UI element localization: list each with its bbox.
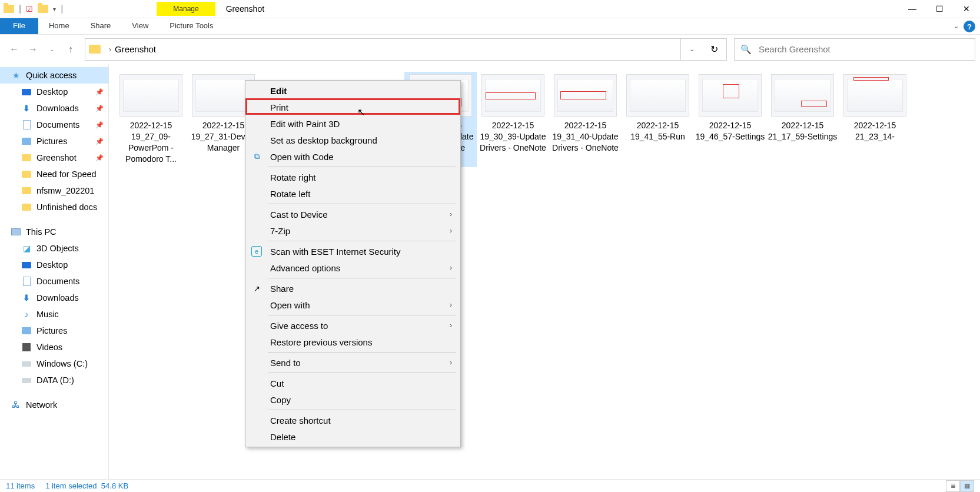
manage-tab[interactable]: Manage [157, 2, 215, 16]
ribbon-collapse-icon[interactable]: ⌄ [954, 22, 959, 30]
sidebar-item-windows-c[interactable]: Windows (C:) [0, 355, 108, 372]
file-name: 2022-12-15 19_30_39-Update Drivers - One… [478, 120, 548, 154]
address-history-dropdown[interactable]: ⌄ [681, 38, 702, 61]
sidebar-item-desktop[interactable]: Desktop📌 [0, 84, 108, 100]
view-tab[interactable]: View [121, 18, 159, 34]
properties-icon[interactable]: ☑ [26, 5, 33, 14]
eset-icon: e [251, 246, 262, 257]
file-name: 2022-12-15 19_31_40-Update Drivers - One… [550, 120, 620, 154]
context-menu-open-with[interactable]: Open with› [245, 297, 460, 313]
sidebar-item-label: Desktop [36, 87, 68, 97]
file-item[interactable]: 2022-12-15 19_30_39-Update Drivers - One… [477, 72, 549, 167]
folder-icon[interactable] [38, 5, 48, 13]
context-menu-delete[interactable]: Delete [245, 428, 460, 445]
pictures-icon [22, 138, 31, 145]
home-tab[interactable]: Home [38, 18, 80, 34]
file-item[interactable]: 2022-12-15 19_46_57-Settings [694, 72, 766, 167]
context-menu-copy[interactable]: Copy [245, 391, 460, 408]
context-menu-edit-paint3d[interactable]: Edit with Paint 3D [245, 115, 460, 132]
help-icon[interactable]: ? [964, 21, 975, 32]
sidebar-item-unfinished[interactable]: Unfinished docs [0, 199, 108, 215]
context-menu-rotate-left[interactable]: Rotate left [245, 185, 460, 202]
context-menu-edit[interactable]: Edit [245, 82, 460, 99]
address-bar[interactable]: › Greenshot [85, 38, 681, 61]
recent-locations-icon[interactable]: ⌄ [42, 40, 61, 59]
pin-icon: 📌 [95, 138, 104, 145]
context-menu-scan-eset[interactable]: eScan with ESET Internet Security [245, 243, 460, 260]
separator [268, 315, 456, 315]
context-menu-restore-versions[interactable]: Restore previous versions [245, 334, 460, 350]
context-menu-cast[interactable]: Cast to Device› [245, 206, 460, 222]
minimize-button[interactable]: — [899, 0, 926, 18]
sidebar-network[interactable]: 🖧Network [0, 397, 108, 413]
status-bar: 11 items 1 item selected 54.8 KB ≣ ▦ [0, 479, 980, 492]
chevron-right-icon[interactable]: › [109, 45, 111, 54]
thumbnail [771, 74, 834, 117]
sidebar-item-label: This PC [26, 227, 57, 237]
context-menu-send-to[interactable]: Send to› [245, 354, 460, 371]
sidebar-item-downloads[interactable]: ⬇Downloads📌 [0, 100, 108, 117]
qat-dropdown-icon[interactable]: ▾ [53, 6, 56, 12]
context-menu-7zip[interactable]: 7-Zip› [245, 222, 460, 239]
context-menu-advanced-options[interactable]: Advanced options› [245, 260, 460, 276]
chevron-right-icon: › [450, 227, 452, 235]
file-list[interactable]: 2022-12-15 19_27_09-PowerPom - Pomodoro … [109, 64, 980, 479]
sidebar-item-pictures[interactable]: Pictures📌 [0, 133, 108, 149]
sidebar-item-videos[interactable]: Videos [0, 339, 108, 355]
close-button[interactable]: ✕ [953, 0, 980, 18]
context-menu-create-shortcut[interactable]: Create shortcut [245, 412, 460, 428]
drive-icon [22, 378, 31, 383]
back-button[interactable]: ← [5, 40, 24, 59]
context-menu-rotate-right[interactable]: Rotate right [245, 169, 460, 185]
sidebar-item-label: Greenshot [36, 153, 77, 162]
sidebar-item-3dobjects[interactable]: ◪3D Objects [0, 240, 108, 257]
sidebar-item-label: Documents [36, 277, 79, 286]
up-button[interactable]: ↑ [61, 40, 80, 59]
breadcrumb[interactable]: Greenshot [115, 44, 156, 54]
sidebar-item-documents[interactable]: Documents [0, 273, 108, 290]
forward-button[interactable]: → [24, 40, 42, 59]
file-item[interactable]: 2022-12-15 19_27_09-PowerPom - Pomodoro … [115, 72, 187, 167]
sidebar-item-label: Pictures [36, 326, 67, 335]
sidebar-item-pictures[interactable]: Pictures [0, 323, 108, 339]
file-item[interactable]: 2022-12-15 19_41_55-Run [622, 72, 694, 167]
search-box[interactable]: 🔍 [734, 38, 975, 61]
thumbnails-view-button[interactable]: ▦ [960, 480, 974, 492]
context-menu-cut[interactable]: Cut [245, 375, 460, 391]
refresh-button[interactable]: ↻ [702, 38, 727, 61]
sidebar-this-pc[interactable]: This PC [0, 224, 108, 240]
picture-tools-tab[interactable]: Picture Tools [159, 18, 224, 34]
sidebar-item-data-d[interactable]: DATA (D:) [0, 372, 108, 388]
context-menu-share[interactable]: ↗Share [245, 280, 460, 297]
thumbnail [481, 74, 544, 117]
sidebar-item-downloads[interactable]: ⬇Downloads [0, 290, 108, 306]
sidebar-quick-access[interactable]: ★ Quick access [0, 67, 108, 84]
vscode-icon: ⧉ [251, 151, 262, 162]
sidebar-item-music[interactable]: ♪Music [0, 306, 108, 323]
share-tab[interactable]: Share [80, 18, 122, 34]
sidebar-item-greenshot[interactable]: Greenshot📌 [0, 149, 108, 166]
sidebar-item-desktop[interactable]: Desktop [0, 257, 108, 273]
pin-icon: 📌 [95, 88, 104, 96]
context-menu-set-desktop-bg[interactable]: Set as desktop background [245, 132, 460, 148]
separator [268, 278, 456, 278]
file-name: 2022-12-15 21_17_59-Settings [768, 120, 838, 142]
details-view-button[interactable]: ≣ [946, 480, 960, 492]
context-menu-give-access[interactable]: Give access to› [245, 317, 460, 334]
folder-icon[interactable] [4, 5, 14, 13]
file-tab[interactable]: File [0, 18, 38, 34]
maximize-button[interactable]: ☐ [926, 0, 953, 18]
context-menu-print[interactable]: Print [245, 99, 460, 115]
context-menu-open-with-code[interactable]: ⧉Open with Code [245, 148, 460, 165]
file-item[interactable]: 2022-12-15 19_31_40-Update Drivers - One… [549, 72, 622, 167]
sidebar-item-needforspeed[interactable]: Need for Speed [0, 166, 108, 182]
file-item[interactable]: 2022-12-15 21_17_59-Settings [766, 72, 839, 167]
sidebar-item-documents[interactable]: Documents📌 [0, 117, 108, 133]
file-item[interactable]: 2022-12-15 21_23_14- [839, 72, 911, 167]
pc-icon [11, 228, 21, 235]
search-input[interactable] [759, 44, 969, 54]
ribbon: File Home Share View Picture Tools ⌄ ? [0, 18, 980, 35]
sidebar-item-nfsmw[interactable]: nfsmw_202201 [0, 182, 108, 199]
sidebar-item-label: Videos [36, 343, 62, 352]
file-name: 2022-12-15 19_41_55-Run [623, 120, 693, 142]
